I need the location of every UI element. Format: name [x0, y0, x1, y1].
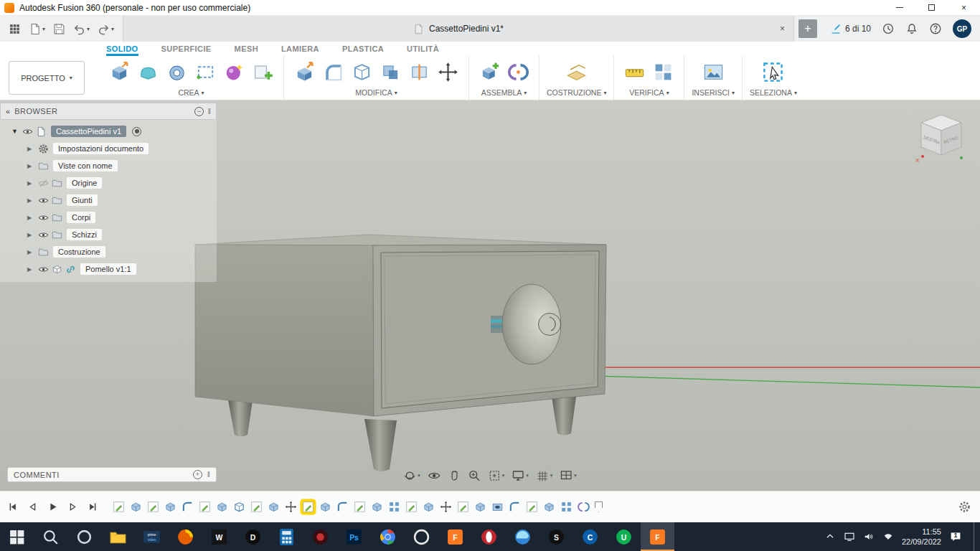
browser-item-root[interactable]: ▼CassettoPiedini v1: [0, 123, 217, 140]
expand-arrow-icon[interactable]: ▶: [27, 197, 38, 204]
edge-button[interactable]: [506, 522, 540, 551]
timeline-feature-extrude[interactable]: [319, 501, 331, 513]
timeline-feature-sketch[interactable]: [113, 501, 125, 513]
model-leg-back-left[interactable]: [228, 400, 253, 437]
wikipedia-button[interactable]: W: [202, 522, 236, 551]
eye-icon[interactable]: [38, 195, 49, 206]
browser-item-pomello[interactable]: ▶Pomello v1:1: [0, 260, 217, 278]
comments-add-icon[interactable]: +: [193, 470, 202, 479]
select-button[interactable]: [760, 60, 786, 85]
timeline-feature-joint[interactable]: [578, 501, 590, 513]
expand-arrow-icon[interactable]: ▼: [11, 128, 22, 135]
timeline-feature-extrude[interactable]: [423, 501, 435, 513]
sketch-profile-button[interactable]: [192, 60, 219, 85]
browser-collapse-icon[interactable]: «: [6, 107, 10, 116]
prime-video-button[interactable]: primevideo: [135, 522, 169, 551]
ribbon-tab-plastica[interactable]: PLASTICA: [342, 44, 384, 56]
fusion-360-button[interactable]: F: [438, 522, 472, 551]
timeline-feature-extrude[interactable]: [474, 501, 486, 513]
show-desktop-button[interactable]: [974, 522, 977, 551]
project-dropdown-button[interactable]: PROGETTO ▾: [9, 61, 85, 95]
photoshop-button[interactable]: Ps: [337, 522, 371, 551]
expand-arrow-icon[interactable]: ▶: [27, 163, 38, 169]
network-icon[interactable]: [882, 531, 894, 542]
timeline-feature-extrude[interactable]: [543, 501, 555, 513]
step-back-button[interactable]: [27, 501, 38, 512]
split-button[interactable]: [406, 60, 433, 85]
viewcube[interactable]: DESTRA RETRO X: [913, 110, 970, 166]
ribbon-group-label-verifica[interactable]: VERIFICA ▾: [629, 88, 669, 97]
timeline-feature-sketch[interactable]: [147, 501, 159, 513]
browser-item-giunti[interactable]: ▶Giunti: [0, 192, 217, 209]
job-status[interactable]: 6 di 10: [830, 23, 871, 34]
browser-item-schizzi[interactable]: ▶Schizzi: [0, 226, 217, 243]
umake-button[interactable]: U: [607, 522, 641, 551]
ribbon-group-label-modifica[interactable]: MODIFICA ▾: [355, 88, 397, 97]
go-start-button[interactable]: [7, 501, 18, 512]
cortana-button[interactable]: [67, 522, 101, 551]
fusion-360-running-button[interactable]: F: [641, 522, 674, 551]
new-tab-button[interactable]: +: [798, 19, 817, 38]
ribbon-tab-superficie[interactable]: SUPERFICIE: [161, 44, 212, 56]
eye-off-icon[interactable]: [38, 178, 49, 189]
timeline-feature-extrude[interactable]: [216, 501, 228, 513]
eye-icon[interactable]: [22, 126, 33, 137]
timeline-feature-sketch[interactable]: [405, 501, 418, 513]
history-button[interactable]: [882, 22, 895, 35]
go-end-button[interactable]: [88, 501, 98, 512]
help-button[interactable]: [929, 22, 942, 35]
expand-arrow-icon[interactable]: ▶: [27, 266, 38, 273]
timeline-feature-fillet[interactable]: [182, 501, 194, 513]
model-cabinet-top-face[interactable]: [195, 235, 606, 245]
timeline-feature-pattern[interactable]: [388, 501, 400, 513]
timeline-feature-extrude[interactable]: [130, 501, 142, 513]
construction-plane-button[interactable]: [563, 60, 590, 85]
section-analysis-button[interactable]: [650, 60, 677, 85]
browser-item-origine[interactable]: ▶Origine: [0, 174, 217, 192]
spotify-button[interactable]: S: [540, 522, 573, 551]
comments-resize-handle[interactable]: ‖: [207, 471, 210, 479]
grid-display-button[interactable]: ▾: [534, 468, 555, 484]
redo-button[interactable]: ▾: [95, 19, 117, 38]
insert-image-button[interactable]: [700, 60, 727, 85]
move-copy-button[interactable]: [435, 60, 461, 85]
orbit-button[interactable]: ▾: [401, 468, 423, 484]
eye-icon[interactable]: [38, 264, 49, 275]
timeline-settings-gear-icon[interactable]: [958, 500, 971, 514]
timeline-feature-sketch[interactable]: [354, 501, 366, 513]
step-forward-button[interactable]: [67, 501, 78, 512]
shell-button[interactable]: [349, 60, 375, 85]
volume-icon[interactable]: [863, 531, 875, 542]
timeline-feature-move[interactable]: [285, 501, 297, 513]
application-menu-button[interactable]: [6, 19, 24, 38]
timeline-feature-fillet[interactable]: [509, 501, 521, 513]
timeline-feature-extrude[interactable]: [371, 501, 383, 513]
steam-button[interactable]: [405, 522, 438, 551]
model-drawer-front-panel[interactable]: [381, 251, 599, 408]
display-tray-icon[interactable]: [844, 531, 855, 542]
timeline-feature-extrude[interactable]: [268, 501, 280, 513]
close-button[interactable]: ×: [948, 0, 980, 15]
new-component-button[interactable]: [476, 60, 503, 85]
timeline-feature-fillet[interactable]: [336, 501, 349, 513]
viewport[interactable]: « BROWSER − ‖ ▼CassettoPiedini v1▶Impost…: [0, 100, 980, 491]
action-center-button[interactable]: 1: [949, 530, 962, 543]
play-button[interactable]: [47, 501, 58, 512]
expand-arrow-icon[interactable]: ▶: [27, 180, 38, 187]
ribbon-tab-solido[interactable]: SOLIDO: [106, 44, 138, 56]
ribbon-tab-mesh[interactable]: MESH: [235, 44, 258, 56]
press-pull-button[interactable]: [291, 60, 318, 85]
comments-panel[interactable]: COMMENTI + ‖: [7, 467, 217, 482]
opera-gx-button[interactable]: [303, 522, 337, 551]
fillet-button[interactable]: [320, 60, 347, 85]
timeline-feature-sketch[interactable]: [457, 501, 469, 513]
search-button[interactable]: [34, 522, 67, 551]
ribbon-group-label-inserisci[interactable]: INSERISCI ▾: [692, 88, 735, 97]
timeline-feature-move[interactable]: [440, 501, 452, 513]
timeline-feature-sketch[interactable]: [199, 501, 211, 513]
timeline-feature-sketch[interactable]: [250, 501, 263, 513]
eye-icon[interactable]: [38, 230, 49, 240]
firefox-button[interactable]: [169, 522, 202, 551]
browser-item-costruzione[interactable]: ▶Costruzione: [0, 243, 217, 260]
browser-item-impostazioni[interactable]: ▶Impostazioni documento: [0, 140, 217, 157]
